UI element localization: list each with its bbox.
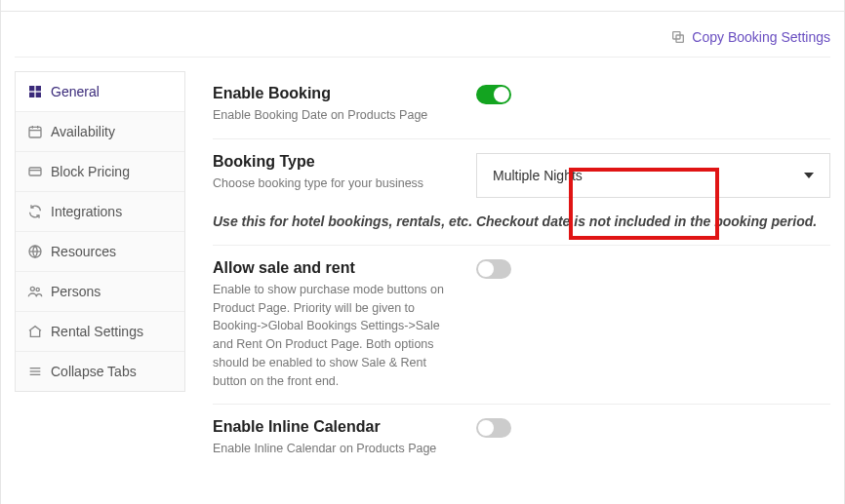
sidebar-item-resources[interactable]: Resources	[16, 232, 184, 272]
setting-desc: Choose booking type for your business	[213, 174, 457, 193]
sidebar-item-label: Block Pricing	[51, 164, 130, 179]
setting-title: Allow sale and rent	[213, 259, 457, 277]
layout: General Availability Block Pricing Integ…	[15, 58, 830, 472]
copy-link-label: Copy Booking Settings	[692, 29, 830, 45]
svg-point-14	[30, 287, 34, 291]
setting-title: Booking Type	[213, 153, 457, 171]
sidebar-item-label: Collapse Tabs	[51, 364, 137, 379]
setting-control	[476, 418, 830, 438]
setting-inline-calendar: Enable Inline Calendar Enable Inline Cal…	[213, 405, 830, 472]
sidebar-item-label: Persons	[51, 284, 101, 299]
sidebar-item-label: Integrations	[51, 204, 122, 219]
setting-booking-type: Booking Type Choose booking type for you…	[213, 139, 830, 202]
sidebar-item-integrations[interactable]: Integrations	[16, 192, 184, 232]
toggle-knob	[478, 420, 494, 436]
home-icon	[27, 324, 43, 339]
svg-rect-2	[29, 86, 34, 91]
svg-rect-4	[29, 93, 34, 97]
enable-booking-toggle[interactable]	[476, 85, 511, 104]
chevron-down-icon	[804, 173, 814, 178]
setting-text: Allow sale and rent Enable to show purch…	[213, 259, 457, 391]
booking-type-hint-row: Use this for hotel bookings, rentals, et…	[213, 202, 830, 246]
booking-type-select-wrap: Multiple Nights	[476, 153, 830, 198]
toggle-knob	[478, 261, 494, 277]
setting-control: Multiple Nights	[476, 153, 830, 198]
setting-enable-booking: Enable Booking Enable Booking Date on Pr…	[213, 71, 830, 139]
setting-desc: Enable to show purchase mode buttons on …	[213, 281, 457, 391]
setting-title: Enable Inline Calendar	[213, 418, 457, 436]
setting-allow-sale-rent: Allow sale and rent Enable to show purch…	[213, 246, 830, 406]
sidebar-item-label: General	[51, 84, 100, 99]
booking-type-select[interactable]: Multiple Nights	[476, 153, 830, 198]
sidebar-item-collapse-tabs[interactable]: Collapse Tabs	[16, 352, 184, 391]
setting-text: Booking Type Choose booking type for you…	[213, 153, 457, 193]
lines-icon	[27, 364, 43, 379]
svg-rect-10	[29, 168, 41, 175]
setting-desc: Enable Inline Calendar on Products Page	[213, 440, 457, 458]
refresh-icon	[27, 204, 43, 219]
settings-page: Copy Booking Settings General Availabili…	[0, 0, 845, 504]
svg-rect-3	[36, 86, 41, 91]
select-value: Multiple Nights	[493, 168, 583, 183]
svg-rect-5	[36, 93, 41, 97]
settings-sidebar: General Availability Block Pricing Integ…	[15, 71, 185, 392]
setting-control	[476, 259, 830, 279]
sidebar-item-label: Rental Settings	[51, 324, 143, 339]
svg-point-15	[36, 288, 39, 291]
globe-icon	[27, 244, 43, 259]
sidebar-item-persons[interactable]: Persons	[16, 272, 184, 312]
sidebar-item-general[interactable]: General	[16, 72, 184, 112]
grid-icon	[27, 84, 43, 99]
sidebar-item-availability[interactable]: Availability	[16, 112, 184, 152]
sidebar-item-block-pricing[interactable]: Block Pricing	[16, 152, 184, 192]
sidebar-item-label: Availability	[51, 124, 115, 139]
toggle-knob	[494, 87, 509, 102]
inline-calendar-toggle[interactable]	[476, 418, 511, 438]
sidebar-item-rental-settings[interactable]: Rental Settings	[16, 312, 184, 352]
top-divider	[1, 0, 844, 12]
setting-text: Enable Inline Calendar Enable Inline Cal…	[213, 418, 457, 458]
allow-sale-rent-toggle[interactable]	[476, 259, 511, 279]
calendar-icon	[27, 124, 43, 139]
settings-main: Enable Booking Enable Booking Date on Pr…	[213, 71, 830, 472]
sidebar-item-label: Resources	[51, 244, 116, 259]
actions-row: Copy Booking Settings	[15, 12, 830, 58]
copy-icon	[670, 29, 686, 45]
card-icon	[27, 164, 43, 179]
setting-title: Enable Booking	[213, 85, 457, 102]
booking-type-hint: Use this for hotel bookings, rentals, et…	[213, 213, 830, 229]
setting-desc: Enable Booking Date on Products Page	[213, 106, 457, 125]
setting-control	[476, 85, 830, 104]
people-icon	[27, 284, 43, 299]
svg-rect-6	[29, 127, 41, 137]
setting-text: Enable Booking Enable Booking Date on Pr…	[213, 85, 457, 125]
copy-booking-settings-link[interactable]: Copy Booking Settings	[670, 29, 830, 45]
